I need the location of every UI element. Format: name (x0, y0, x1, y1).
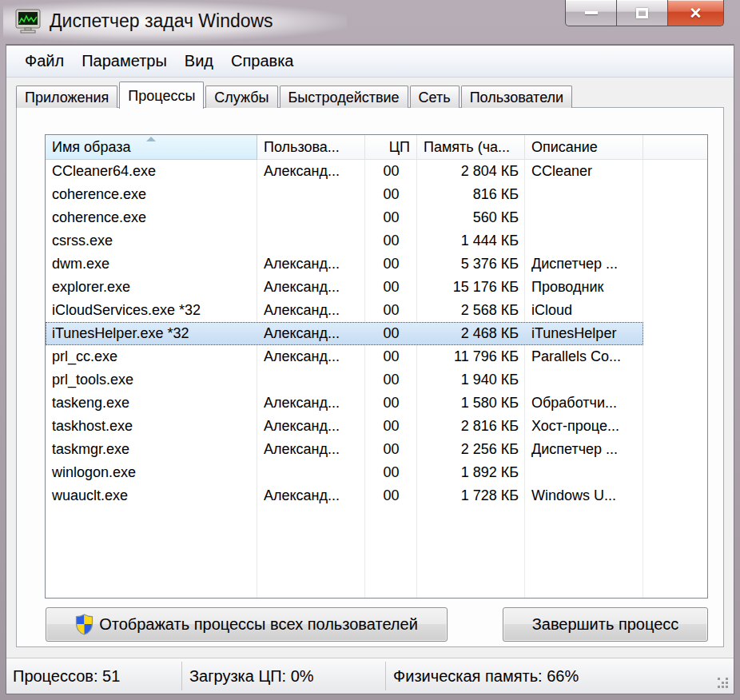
resize-grip-icon[interactable] (718, 678, 729, 689)
task-manager-icon (14, 9, 42, 34)
column-header-mem[interactable]: Память (ча... (417, 135, 525, 160)
process-row[interactable]: taskhost.exeАлександ...002 816 КБХост-пр… (46, 415, 643, 438)
cell-cpu: 00 (365, 348, 417, 365)
cell-mem: 2 816 КБ (417, 418, 525, 435)
cell-name: iTunesHelper.exe *32 (46, 325, 257, 342)
cell-name: taskhost.exe (46, 418, 257, 435)
show-all-processes-button[interactable]: Отображать процессы всех пользователей (46, 607, 448, 642)
column-header-label: Описание (531, 139, 598, 156)
column-header-name[interactable]: Имя образа (46, 135, 257, 160)
cell-desc: CCleaner (525, 163, 643, 180)
cell-mem: 2 804 КБ (417, 163, 525, 180)
tab-processes[interactable]: Процессы (119, 82, 204, 109)
column-header-cpu[interactable]: ЦП (365, 135, 417, 160)
cell-user: Александ... (257, 487, 365, 504)
cell-user: Александ... (257, 163, 365, 180)
show-all-processes-label: Отображать процессы всех пользователей (99, 615, 418, 634)
tab-applications[interactable]: Приложения (16, 86, 117, 108)
cell-name: iCloudServices.exe *32 (46, 302, 257, 319)
tab-performance[interactable]: Быстродействие (280, 86, 408, 108)
cell-mem: 15 176 КБ (417, 279, 525, 296)
cell-desc: Диспетчер ... (525, 256, 643, 272)
cell-mem: 560 КБ (417, 209, 525, 226)
cell-mem: 11 796 КБ (417, 348, 525, 365)
menu-bar: ФайлПараметрыВидСправка (6, 45, 734, 78)
cell-desc: Диспетчер ... (525, 441, 643, 458)
process-row[interactable]: taskeng.exeАлександ...001 580 КБОбработч… (46, 392, 643, 415)
title-bar[interactable]: Диспетчер задач Windows ✕ (0, 0, 740, 45)
process-row-selected[interactable]: iTunesHelper.exe *32Александ...002 468 К… (46, 322, 643, 345)
tab-services[interactable]: Службы (205, 86, 277, 108)
minimize-icon (585, 11, 598, 14)
tab-users[interactable]: Пользователи (461, 86, 572, 108)
maximize-icon (636, 8, 648, 18)
cell-name: taskeng.exe (46, 395, 257, 412)
cell-cpu: 00 (365, 233, 417, 249)
column-header-label: Имя образа (52, 139, 130, 156)
cell-name: CCleaner64.exe (46, 163, 257, 180)
process-row[interactable]: coherence.exe00816 КБ (46, 183, 643, 206)
cell-name: prl_cc.exe (46, 348, 257, 365)
cell-desc: iTunesHelper (525, 325, 643, 342)
column-header-label: ЦП (389, 139, 410, 156)
process-row[interactable]: prl_cc.exeАлександ...0011 796 КБParallel… (46, 345, 643, 368)
cell-cpu: 00 (365, 395, 417, 412)
cell-mem: 2 256 КБ (417, 441, 525, 458)
cell-desc: Windows U... (525, 487, 643, 504)
cell-cpu: 00 (365, 186, 417, 203)
cell-name: taskmgr.exe (46, 441, 257, 458)
status-divider (385, 662, 386, 690)
window-title: Диспетчер задач Windows (50, 10, 273, 32)
cell-mem: 1 892 КБ (417, 464, 525, 481)
process-row[interactable]: dwm.exeАлександ...005 376 КБДиспетчер ..… (46, 253, 643, 276)
cell-desc: Хост-проце... (525, 418, 643, 435)
process-row[interactable]: iCloudServices.exe *32Александ...002 568… (46, 299, 643, 322)
tab-networking[interactable]: Сеть (410, 86, 460, 108)
menu-item-help[interactable]: Справка (222, 50, 302, 72)
cell-cpu: 00 (365, 487, 417, 504)
column-header-filler (643, 135, 707, 160)
status-processes: Процессов: 51 (13, 658, 120, 694)
cell-mem: 1 940 КБ (417, 372, 525, 388)
cell-mem: 1 580 КБ (417, 395, 525, 412)
cell-user: Александ... (257, 325, 365, 342)
status-bar: Процессов: 51 Загрузка ЦП: 0% Физическая… (6, 658, 734, 694)
process-row[interactable]: explorer.exeАлександ...0015 176 КБПровод… (46, 276, 643, 299)
process-row[interactable]: CCleaner64.exeАлександ...002 804 КБCClea… (46, 160, 643, 183)
process-row[interactable]: coherence.exe00560 КБ (46, 206, 643, 229)
close-icon: ✕ (690, 6, 702, 21)
cell-mem: 816 КБ (417, 186, 525, 203)
cell-user: Александ... (257, 395, 365, 412)
cell-user: Александ... (257, 279, 365, 296)
cell-name: wuauclt.exe (46, 487, 257, 504)
cell-mem: 5 376 КБ (417, 256, 525, 272)
tab-strip: ПриложенияПроцессыСлужбыБыстродействиеСе… (16, 78, 574, 108)
close-button[interactable]: ✕ (667, 0, 724, 26)
cell-mem: 1 444 КБ (417, 233, 525, 249)
process-row[interactable]: csrss.exe001 444 КБ (46, 229, 643, 253)
window-controls: ✕ (565, 0, 724, 26)
process-row[interactable]: winlogon.exe001 892 КБ (46, 461, 643, 484)
process-row[interactable]: prl_tools.exe001 940 КБ (46, 368, 643, 392)
menu-item-file[interactable]: Файл (16, 50, 73, 72)
minimize-button[interactable] (565, 0, 617, 26)
cell-name: dwm.exe (46, 256, 257, 272)
cell-cpu: 00 (365, 372, 417, 388)
menu-item-options[interactable]: Параметры (73, 50, 176, 72)
cell-name: coherence.exe (46, 186, 257, 203)
process-row[interactable]: taskmgr.exeАлександ...002 256 КБДиспетче… (46, 438, 643, 461)
menu-item-view[interactable]: Вид (176, 50, 222, 72)
process-row[interactable]: wuauclt.exeАлександ...001 728 КБWindows … (46, 484, 643, 507)
cell-cpu: 00 (365, 441, 417, 458)
cell-mem: 2 468 КБ (417, 325, 525, 342)
column-header-label: Пользова... (264, 139, 340, 156)
uac-shield-icon (75, 614, 93, 635)
status-physical-memory: Физическая память: 66% (393, 658, 579, 694)
column-header-label: Память (ча... (424, 139, 510, 156)
maximize-button[interactable] (616, 0, 668, 26)
end-process-button[interactable]: Завершить процесс (503, 607, 708, 642)
column-header-user[interactable]: Пользова... (257, 135, 365, 160)
column-header-desc[interactable]: Описание (525, 135, 643, 160)
cell-desc: Проводник (525, 279, 643, 296)
cell-name: prl_tools.exe (46, 372, 257, 388)
